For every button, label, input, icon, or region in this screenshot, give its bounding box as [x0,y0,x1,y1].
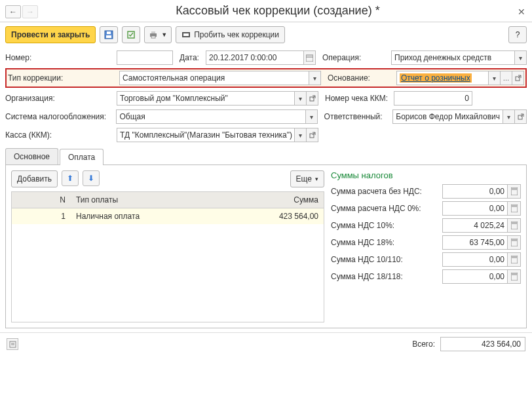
kkm-num-field[interactable]: 0 [394,91,472,106]
corr-type-label: Тип коррекции: [8,73,119,83]
tax-field[interactable]: 0,00 [442,269,508,284]
open-icon [518,113,524,120]
help-button[interactable]: ? [508,26,527,43]
move-down-button[interactable]: ⬇ [83,170,100,186]
chevron-down-icon: ▾ [315,176,318,182]
svg-rect-8 [183,33,189,36]
tab-main[interactable]: Основное [5,148,58,165]
calc-button[interactable] [508,235,521,250]
org-dropdown[interactable]: ▾ [295,91,307,106]
post-and-close-button[interactable]: Провести и закрыть [5,26,96,43]
svg-rect-20 [512,188,517,190]
arrow-up-icon: ⬆ [67,174,73,183]
cell-sum: 423 564,00 [245,208,324,224]
add-row-button[interactable]: Добавить [11,170,58,187]
calculator-icon [511,204,518,212]
corr-type-field[interactable]: Самостоятельная операция [119,71,309,85]
responsible-field[interactable]: Борисов Федор Михайлович [392,109,503,124]
date-field[interactable]: 20.12.2017 0:00:00 [206,50,304,65]
operation-dropdown[interactable]: ▾ [515,50,527,65]
kassa-field[interactable]: ТД "Комплексный"(Магазин "Бытовая техник… [117,128,295,142]
svg-rect-5 [151,31,155,33]
basis-select-button[interactable]: … [501,71,512,85]
post-icon [126,30,136,39]
calculator-icon [511,256,518,263]
calc-button[interactable] [508,252,521,267]
total-field: 423 564,00 [440,337,525,351]
responsible-dropdown[interactable]: ▾ [503,109,515,124]
close-icon[interactable]: ✕ [516,7,527,17]
cell-type: Наличная оплата [71,208,245,224]
number-field[interactable] [117,50,173,65]
svg-rect-1 [106,35,111,38]
col-n-header[interactable]: N [12,192,71,208]
org-open-button[interactable] [307,91,318,106]
open-icon [309,132,316,138]
calculator-icon [511,222,518,229]
tax-label: Сумма расчета НДС 0%: [331,204,442,213]
tax-field[interactable]: 0,00 [442,252,508,267]
note-icon [9,341,16,348]
move-up-button[interactable]: ⬆ [62,170,79,186]
calculator-icon [511,273,518,281]
correction-check-button[interactable]: Пробить чек коррекции [176,26,285,43]
chevron-down-icon: ▼ [161,31,167,38]
tax-system-label: Система налогообложения: [5,112,116,121]
org-field[interactable]: Торговый дом "Комплексный" [117,91,295,106]
tax-field[interactable]: 0,00 [442,184,508,199]
kassa-dropdown[interactable]: ▾ [295,128,307,142]
save-button[interactable] [100,26,118,43]
responsible-open-button[interactable] [515,109,527,124]
responsible-label: Ответственный: [324,112,393,121]
svg-rect-28 [512,256,517,258]
svg-rect-30 [512,273,517,275]
more-button[interactable]: Еще ▾ [290,170,324,187]
calc-button[interactable] [508,218,521,233]
calendar-button[interactable] [304,50,316,65]
nav-back-button[interactable]: ← [5,5,21,18]
print-button[interactable]: ▼ [144,26,172,43]
calc-button[interactable] [508,184,521,199]
table-row[interactable]: 1 Наличная оплата 423 564,00 [12,208,324,224]
printer-icon [149,30,158,39]
org-label: Организация: [5,94,117,103]
basis-dropdown[interactable]: ▾ [489,71,501,85]
calendar-icon [306,54,313,62]
tab-payment[interactable]: Оплата [60,149,104,165]
col-type-header[interactable]: Тип оплаты [71,192,245,208]
col-sum-header[interactable]: Сумма [245,192,324,208]
svg-rect-24 [512,222,517,224]
cell-n: 1 [12,208,71,224]
calc-button[interactable] [508,201,521,216]
svg-rect-2 [107,31,111,34]
tax-system-dropdown[interactable]: ▾ [306,109,318,124]
payment-table: N Тип оплаты Сумма 1 Наличная оплата 423… [11,191,324,322]
svg-rect-6 [151,36,155,38]
operation-field[interactable]: Приход денежных средств [391,50,515,65]
corr-type-dropdown[interactable]: ▾ [309,71,321,85]
tax-system-field[interactable]: Общая [116,109,305,124]
date-label: Дата: [180,53,206,62]
basis-label: Основание: [328,73,396,83]
number-label: Номер: [5,53,117,62]
open-icon [309,95,316,102]
tax-label: Сумма расчета без НДС: [331,187,442,196]
nav-forward-button[interactable]: → [22,5,38,18]
receipt-icon [181,31,191,39]
tax-field[interactable]: 0,00 [442,201,508,216]
calc-button[interactable] [508,269,521,284]
tax-label: Сумма НДС 10%: [331,221,442,230]
footer-note-button[interactable] [7,338,18,350]
kassa-open-button[interactable] [307,128,318,142]
open-icon [515,75,522,81]
calculator-icon [511,187,518,195]
post-button[interactable] [122,26,140,43]
svg-rect-22 [512,205,517,207]
kkm-num-label: Номер чека ККМ: [325,94,394,103]
basis-open-button[interactable] [512,71,524,85]
basis-field[interactable]: Отчет о розничных [396,71,489,85]
tax-field[interactable]: 63 745,00 [442,235,508,250]
operation-label: Операция: [322,53,391,62]
tax-label: Сумма НДС 18%: [331,238,442,247]
tax-field[interactable]: 4 025,24 [442,218,508,233]
